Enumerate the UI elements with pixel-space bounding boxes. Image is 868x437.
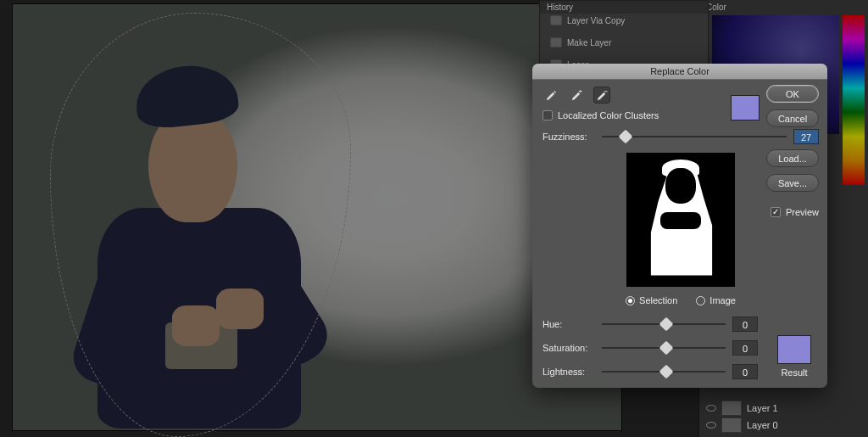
layer-thumbnail — [721, 401, 742, 416]
lasso-selection-outline — [50, 13, 351, 437]
history-step-icon — [550, 37, 562, 48]
history-panel-title: History — [540, 1, 708, 14]
layer-thumbnail — [721, 417, 742, 433]
saturation-label: Saturation: — [542, 343, 595, 353]
radio-icon — [696, 296, 705, 305]
hue-slider[interactable] — [602, 318, 726, 330]
layer-label: Layer 0 — [747, 420, 778, 430]
lightness-label: Lightness: — [542, 367, 595, 377]
replace-color-dialog: Replace Color Color: Localized Color Clu… — [532, 64, 827, 388]
eyedropper-add-tool[interactable] — [568, 87, 585, 104]
lightness-slider[interactable] — [602, 366, 726, 378]
eyedropper-tool[interactable] — [542, 87, 559, 104]
layer-row[interactable]: Layer 1 — [699, 400, 868, 417]
save-button[interactable]: Save... — [766, 174, 819, 192]
fuzziness-label: Fuzziness: — [542, 132, 595, 142]
preview-label: Preview — [786, 207, 819, 217]
selection-preview[interactable] — [626, 153, 735, 287]
localized-clusters-label: Localized Color Clusters — [558, 110, 659, 120]
load-button[interactable]: Load... — [766, 149, 819, 167]
result-label: Result — [770, 367, 819, 378]
preview-checkbox[interactable] — [771, 207, 781, 217]
result-color-swatch[interactable] — [777, 335, 811, 364]
fuzziness-slider[interactable] — [602, 131, 787, 143]
cancel-button[interactable]: Cancel — [766, 109, 819, 127]
history-item[interactable]: Make Layer — [540, 36, 708, 49]
hue-value[interactable]: 0 — [732, 317, 758, 332]
radio-icon — [626, 296, 635, 305]
eyedropper-subtract-tool[interactable] — [593, 87, 610, 104]
history-step-icon — [550, 15, 562, 25]
lightness-value[interactable]: 0 — [732, 364, 758, 379]
saturation-value[interactable]: 0 — [732, 340, 758, 356]
canvas-illustration — [89, 42, 326, 433]
ok-button[interactable]: OK — [766, 85, 819, 103]
visibility-icon[interactable] — [706, 422, 716, 429]
saturation-slider[interactable] — [602, 342, 726, 354]
localized-clusters-checkbox[interactable] — [542, 110, 553, 120]
hue-label: Hue: — [542, 319, 595, 329]
layer-row[interactable]: Layer 0 — [699, 417, 868, 434]
hue-spectrum[interactable] — [843, 15, 865, 185]
document-canvas[interactable] — [12, 3, 622, 431]
visibility-icon[interactable] — [706, 405, 716, 412]
history-item[interactable]: Layer Via Copy — [540, 14, 708, 27]
mode-selection-radio[interactable]: Selection — [626, 295, 677, 305]
source-color-swatch[interactable] — [731, 95, 760, 120]
dialog-title[interactable]: Replace Color — [532, 64, 827, 80]
color-panel-tab[interactable]: Color — [699, 0, 868, 14]
mode-image-radio[interactable]: Image — [696, 295, 736, 305]
layer-label: Layer 1 — [747, 403, 778, 413]
